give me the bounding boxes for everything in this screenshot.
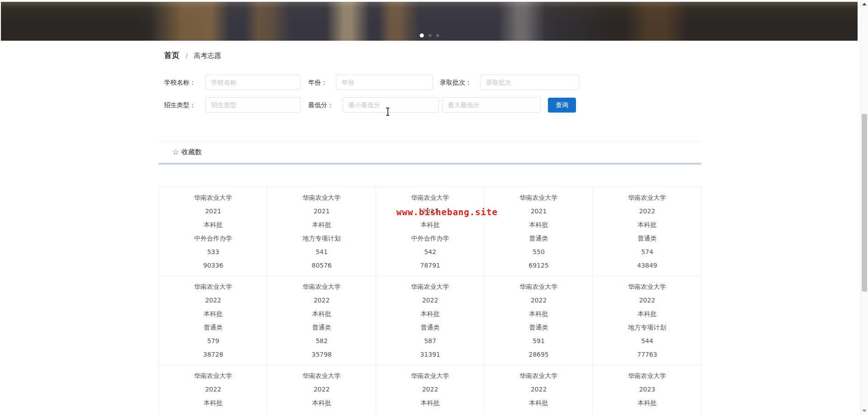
card-type: 普通类 — [376, 323, 484, 332]
card-school: 华南农业大学 — [485, 282, 593, 291]
card-rank: 35798 — [268, 350, 376, 359]
card-year: 2022 — [268, 296, 376, 305]
year-label: 年份： — [308, 75, 327, 90]
result-card: 华南农业大学2022本科批普通类57443849 — [593, 187, 702, 276]
carousel-dot[interactable] — [436, 34, 439, 37]
card-score: 542 — [376, 247, 484, 256]
card-score: 550 — [485, 247, 593, 256]
card-batch: 本科批 — [268, 309, 376, 318]
scrollbar-up-arrow[interactable] — [862, 3, 867, 5]
card-year: 2021 — [485, 207, 593, 216]
card-year: 2022 — [593, 207, 701, 216]
card-type: 普通类 — [159, 323, 267, 332]
result-card: 华南农业大学2022本科批普通类59128695 — [485, 276, 593, 365]
card-rank: 69125 — [485, 261, 593, 270]
card-year: 2021 — [268, 207, 376, 216]
card-score: 544 — [593, 336, 701, 345]
result-card: 华南农业大学2022本科批地方专项计划54477763 — [593, 276, 702, 365]
card-score: 533 — [159, 247, 267, 256]
card-rank: 31391 — [376, 350, 484, 359]
result-card: 华南农业大学2021本科批地方专项计划54180576 — [268, 187, 376, 276]
school-name-input[interactable] — [205, 75, 301, 90]
card-batch: 本科批 — [159, 309, 267, 318]
year-input[interactable] — [336, 75, 433, 90]
result-card: 华南农业大学2022本科批 — [268, 365, 376, 415]
result-card: 华南农业大学2022本科批普通类57938728 — [159, 276, 268, 365]
card-score: 591 — [485, 336, 593, 345]
carousel-dot[interactable] — [428, 34, 431, 37]
card-rank: 77763 — [593, 350, 701, 359]
card-type: 普通类 — [268, 323, 376, 332]
card-year: 2022 — [159, 385, 267, 394]
result-card: 华南农业大学2022本科批 — [376, 365, 485, 415]
card-school: 华南农业大学 — [159, 282, 267, 291]
scrollbar-down-arrow[interactable] — [862, 410, 867, 412]
card-school: 华南农业大学 — [593, 193, 701, 202]
card-school: 华南农业大学 — [268, 282, 376, 291]
min-score-min-input[interactable] — [343, 97, 439, 113]
breadcrumb: 首页 / 高考志愿 — [164, 50, 221, 61]
card-batch: 本科批 — [593, 398, 701, 407]
card-rank: 80576 — [268, 261, 376, 270]
card-batch: 本科批 — [593, 309, 701, 318]
result-card: 华南农业大学2022本科批普通类58731391 — [376, 276, 485, 365]
card-school: 华南农业大学 — [268, 371, 376, 380]
breadcrumb-separator: / — [185, 52, 188, 59]
card-school: 华南农业大学 — [485, 193, 593, 202]
card-rank: 78791 — [376, 261, 484, 270]
card-rank: 28695 — [485, 350, 593, 359]
star-outline-icon: ☆ — [172, 147, 179, 156]
card-school: 华南农业大学 — [376, 371, 484, 380]
search-button[interactable]: 查询 — [548, 98, 576, 113]
enroll-type-input[interactable] — [205, 97, 301, 113]
card-score: 587 — [376, 336, 484, 345]
card-score: 579 — [159, 336, 267, 345]
card-school: 华南农业大学 — [376, 193, 484, 202]
result-card: 华南农业大学2021本科批中外合作办学54278791 — [376, 187, 485, 276]
card-type: 普通类 — [593, 234, 701, 243]
scrollbar[interactable] — [860, 0, 868, 415]
card-batch: 本科批 — [159, 398, 267, 407]
carousel-dot[interactable] — [420, 33, 424, 38]
card-school: 华南农业大学 — [159, 193, 267, 202]
card-rank: 43849 — [593, 261, 701, 270]
admission-batch-input[interactable] — [480, 75, 579, 90]
card-school: 华南农业大学 — [485, 371, 593, 380]
text-cursor-pointer — [386, 108, 390, 116]
carousel-banner-image — [1, 2, 858, 41]
watermark-text: www.bishebang.site — [396, 207, 498, 217]
min-score-max-input[interactable] — [442, 97, 541, 113]
favorites-section: ☆ 收藏数 — [159, 141, 701, 165]
card-year: 2022 — [485, 385, 593, 394]
card-year: 2022 — [376, 296, 484, 305]
card-year: 2022 — [593, 296, 701, 305]
card-batch: 本科批 — [376, 309, 484, 318]
card-school: 华南农业大学 — [593, 282, 701, 291]
card-batch: 本科批 — [268, 220, 376, 229]
admission-batch-label: 录取批次： — [440, 75, 472, 90]
favorites-tab[interactable]: ☆ 收藏数 — [172, 147, 202, 156]
card-batch: 本科批 — [485, 398, 593, 407]
card-batch: 本科批 — [593, 220, 701, 229]
result-card: 华南农业大学2022本科批 — [159, 365, 268, 415]
card-year: 2023 — [593, 385, 701, 394]
breadcrumb-home-link[interactable]: 首页 — [164, 51, 179, 60]
breadcrumb-current: 高考志愿 — [194, 52, 221, 60]
scrollbar-thumb[interactable] — [862, 114, 867, 292]
card-score: 574 — [593, 247, 701, 256]
card-rank: 90336 — [159, 261, 267, 270]
card-year: 2022 — [159, 296, 267, 305]
card-type: 普通类 — [485, 234, 593, 243]
result-card: 华南农业大学2021本科批中外合作办学53390336 — [159, 187, 268, 276]
card-school: 华南农业大学 — [159, 371, 267, 380]
result-card: 华南农业大学2023本科批 — [593, 365, 702, 415]
result-card: 华南农业大学2022本科批 — [485, 365, 593, 415]
card-batch: 本科批 — [376, 220, 484, 229]
card-year: 2022 — [485, 296, 593, 305]
favorites-tab-label: 收藏数 — [181, 148, 202, 156]
card-school: 华南农业大学 — [376, 282, 484, 291]
card-year: 2021 — [159, 207, 267, 216]
card-batch: 本科批 — [268, 398, 376, 407]
card-batch: 本科批 — [376, 398, 484, 407]
card-year: 2022 — [376, 385, 484, 394]
